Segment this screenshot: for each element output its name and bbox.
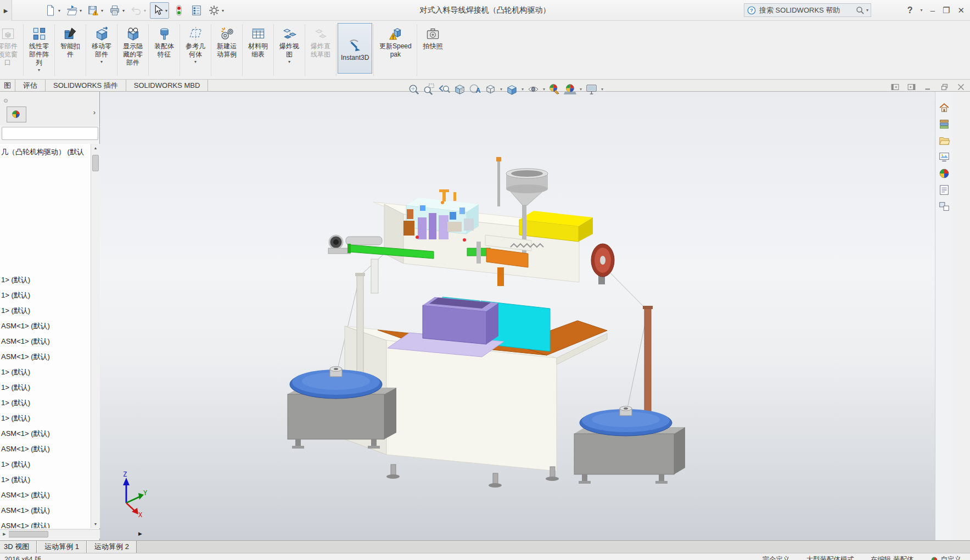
view-orientation-icon[interactable] <box>484 83 497 96</box>
search-input[interactable]: ? 搜索 SOLIDWORKS 帮助 ▾ <box>744 3 871 17</box>
tree-item[interactable]: ASM<1> (默认) <box>1 490 50 500</box>
move-component-button[interactable]: 移动零部件▾ <box>87 23 116 64</box>
dropdown-caret-icon[interactable]: ▾ <box>288 59 290 64</box>
edit-appearance-icon[interactable] <box>548 83 561 96</box>
tab-3d-view[interactable]: 3D 视图 <box>0 541 37 553</box>
dropdown-caret-icon[interactable]: ▾ <box>522 87 524 92</box>
zoom-to-fit-icon[interactable] <box>407 83 420 96</box>
bill-of-materials-button[interactable]: 材料明细表 <box>244 23 272 59</box>
customize-status-bar[interactable]: 自定义 <box>930 555 962 560</box>
minimize-button[interactable]: – <box>930 3 935 17</box>
tree-item[interactable]: 1> (默认) <box>1 413 30 423</box>
tab-motion-study-2[interactable]: 运动算例 2 <box>87 541 137 553</box>
tree-item[interactable]: ASM<1> (默认) <box>1 506 50 516</box>
exploded-view-button[interactable]: 爆炸视图▾ <box>275 23 304 64</box>
scroll-up-icon[interactable]: ▲ <box>91 144 100 152</box>
tree-item[interactable]: ASM<1> (默认) <box>1 429 50 439</box>
tab-scroll-arrow-icon[interactable]: ▶ <box>138 531 142 536</box>
scroll-right-icon[interactable]: ▶ <box>0 530 9 538</box>
view-settings-icon[interactable] <box>585 83 598 96</box>
tree-item[interactable]: 1> (默认) <box>1 275 30 285</box>
previous-view-icon[interactable] <box>438 83 451 96</box>
pin-icon[interactable] <box>4 99 8 103</box>
search-options-caret-icon[interactable]: ▾ <box>866 8 868 13</box>
dropdown-caret-icon[interactable]: ▾ <box>58 8 60 13</box>
help-button[interactable]: ? <box>907 5 913 15</box>
select-button[interactable]: ▾ <box>150 2 169 19</box>
display-style-icon[interactable] <box>506 83 518 96</box>
wire-spool-right-top[interactable] <box>591 244 614 284</box>
print-button[interactable]: ▾ <box>107 2 126 19</box>
interface-speed-button[interactable] <box>171 2 187 19</box>
tree-vertical-scrollbar[interactable]: ▲ ▼ <box>91 144 100 528</box>
new-document-button[interactable]: ▾ <box>43 2 62 19</box>
restore-document-button[interactable] <box>940 82 949 92</box>
tree-item[interactable]: ASM<1> (默认) <box>1 337 50 346</box>
component-preview-window-button[interactable]: 零部件预览窗口 <box>0 23 22 67</box>
tab-evaluate[interactable]: 评估 <box>15 80 46 91</box>
dropdown-caret-icon[interactable]: ▾ <box>100 59 103 64</box>
tree-item[interactable]: 1> (默认) <box>1 398 30 408</box>
help-caret-icon[interactable]: ▾ <box>921 8 923 13</box>
tree-item[interactable]: ASM<1> (默认) <box>1 352 50 362</box>
dropdown-caret-icon[interactable]: ▾ <box>80 8 82 13</box>
cad-model[interactable]: Z Y X <box>100 92 952 540</box>
tree-item[interactable]: ASM<1> (默认) <box>1 321 50 331</box>
dropdown-caret-icon[interactable]: ▾ <box>222 8 224 13</box>
dropdown-caret-icon[interactable]: ▾ <box>165 8 167 13</box>
dropdown-caret-icon[interactable]: ▾ <box>601 87 603 92</box>
dropdown-caret-icon[interactable]: ▾ <box>101 8 103 13</box>
design-library-icon[interactable] <box>938 118 950 130</box>
scrollbar-thumb[interactable] <box>92 155 99 171</box>
tab-motion-study-1[interactable]: 运动算例 1 <box>37 541 87 553</box>
display-manager-tab[interactable] <box>7 107 26 122</box>
explode-line-sketch-button[interactable]: 爆炸直线草图 <box>306 23 335 59</box>
dropdown-caret-icon[interactable]: ▾ <box>144 8 146 13</box>
tree-item[interactable]: 1> (默认) <box>1 460 30 469</box>
right-turntable[interactable] <box>574 406 685 484</box>
search-icon[interactable] <box>855 5 865 15</box>
tree-item[interactable]: 1> (默认) <box>1 290 30 300</box>
flyout-arrow-icon[interactable]: ▶ <box>0 0 12 21</box>
dynamic-annotation-views-icon[interactable]: A <box>469 83 481 96</box>
save-button[interactable]: ▾ <box>86 2 105 19</box>
tree-item[interactable]: 1> (默认) <box>1 306 30 316</box>
shelf-panels[interactable] <box>388 297 550 357</box>
expand-right-pane-button[interactable] <box>907 82 916 92</box>
smart-fasteners-button[interactable]: 智能扣件 <box>56 23 85 59</box>
document-properties-button[interactable] <box>189 2 204 19</box>
view-palette-icon[interactable] <box>938 151 950 163</box>
update-speedpak-button[interactable]: 更新Speedpak <box>375 23 416 59</box>
close-button[interactable]: ✕ <box>957 3 965 17</box>
dropdown-caret-icon[interactable]: ▾ <box>500 87 502 92</box>
tree-item[interactable]: ASM<1> (默认) <box>1 444 50 454</box>
dropdown-caret-icon[interactable]: ▾ <box>122 8 125 13</box>
minimize-document-button[interactable] <box>923 82 933 92</box>
zoom-to-area-icon[interactable] <box>423 83 435 96</box>
tree-filter-input[interactable] <box>2 127 98 140</box>
instant3d-button[interactable]: Instant3D <box>338 23 372 74</box>
tree-root-item[interactable]: 几（凸轮机构驱动） (默认 <box>1 147 89 157</box>
custom-properties-icon[interactable] <box>938 184 950 196</box>
new-motion-study-button[interactable]: 新建运动算例 <box>212 23 241 59</box>
tab-solidworks-mbd[interactable]: SOLIDWORKS MBD <box>126 80 209 91</box>
assembly-features-button[interactable]: 装配体特征 <box>150 23 178 59</box>
tree-item[interactable]: ASM<1> (默认) <box>1 521 50 528</box>
tree-item[interactable]: 1> (默认) <box>1 383 30 393</box>
options-button[interactable]: ▾ <box>206 2 226 19</box>
show-hidden-components-button[interactable]: 显示隐藏的零部件 <box>119 23 147 67</box>
feature-tree[interactable]: 几（凸轮机构驱动） (默认 1> (默认)1> (默认)1> (默认)ASM<1… <box>0 144 100 528</box>
section-view-icon[interactable] <box>453 83 466 96</box>
solidworks-resources-icon[interactable] <box>938 102 950 114</box>
dropdown-caret-icon[interactable]: ▾ <box>38 68 40 72</box>
open-button[interactable]: ▾ <box>64 2 83 19</box>
tab-solidworks-addins[interactable]: SOLIDWORKS 插件 <box>46 80 126 91</box>
tree-item[interactable]: 1> (默认) <box>1 475 30 485</box>
file-explorer-icon[interactable] <box>938 135 950 147</box>
linear-component-pattern-button[interactable]: 线性零部件阵列▾ <box>25 23 53 72</box>
collapse-left-pane-button[interactable] <box>890 82 900 92</box>
undo-button[interactable]: ▾ <box>128 2 148 19</box>
dropdown-caret-icon[interactable]: ▾ <box>194 59 197 64</box>
restore-button[interactable]: ❐ <box>943 3 950 17</box>
tab-sketch[interactable]: 图 <box>0 80 15 91</box>
